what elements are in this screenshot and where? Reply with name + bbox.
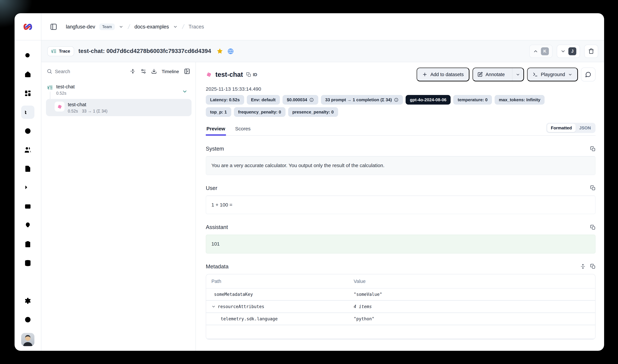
tab-scores[interactable]: Scores: [234, 124, 251, 135]
generation-chip: [55, 102, 64, 112]
next-trace-button[interactable]: J: [557, 44, 580, 58]
org-name[interactable]: langfuse-dev: [66, 24, 95, 30]
collapse-node-chevron-icon[interactable]: [182, 89, 188, 94]
nav-home-icon[interactable]: [21, 68, 34, 81]
cost-badge[interactable]: $0.000034: [283, 95, 318, 104]
download-icon[interactable]: [151, 68, 157, 74]
metadata-value: "python": [348, 313, 595, 325]
bookmark-star-icon[interactable]: [217, 48, 223, 54]
system-section-header: System: [206, 146, 595, 152]
root-node-duration: 0.52s: [56, 91, 66, 96]
square-pen-icon: [477, 72, 483, 77]
detail-actions: Add to datasets Annotate: [416, 67, 595, 81]
trace-tree-icon: [51, 49, 57, 54]
annotate-dropdown[interactable]: [512, 68, 523, 81]
formatted-option[interactable]: Formatted: [547, 124, 576, 132]
metadata-key: telemetry.sdk.language: [206, 313, 348, 325]
info-icon: [394, 98, 399, 102]
collapse-all-icon[interactable]: [130, 68, 135, 74]
expand-rows-icon[interactable]: [580, 264, 586, 269]
playground-button[interactable]: Playground: [527, 67, 578, 81]
delete-trace-button[interactable]: [584, 44, 598, 58]
json-option[interactable]: JSON: [576, 124, 594, 132]
collapse-panel-icon[interactable]: [184, 68, 190, 75]
add-to-datasets-button[interactable]: Add to datasets: [416, 67, 469, 81]
trace-tree-icon: [47, 85, 53, 90]
annotate-split-button[interactable]: Annotate: [472, 67, 524, 81]
prev-key-badge: K: [541, 47, 549, 55]
nav-search-icon[interactable]: [21, 49, 34, 62]
chevron-down-icon: [568, 72, 572, 77]
nav-llm-judge-icon[interactable]: [21, 219, 34, 232]
presence-penalty-badge: presence_penalty: 0: [288, 107, 338, 117]
trash-icon: [588, 48, 594, 54]
frequency-penalty-badge: frequency_penalty: 0: [234, 107, 285, 117]
nav-dashboards-icon[interactable]: [21, 87, 34, 100]
copy-icon[interactable]: [590, 264, 595, 269]
tree-child-row-selected[interactable]: test-chat 0.52s 33 → 1 (Σ 34): [46, 99, 192, 116]
observation-detail-panel: test-chat ID Add to datasets: [196, 62, 604, 351]
message-sections: System You are a very accurate calculato…: [206, 136, 595, 351]
view-options-icon[interactable]: [141, 68, 146, 74]
logo-cell[interactable]: [14, 13, 41, 40]
path-column-header: Path: [206, 274, 348, 288]
trace-type-label: Trace: [59, 49, 70, 54]
trace-title: test-chat: 00d7d6cd4278b6003fc79337cd6d4…: [78, 48, 211, 55]
metadata-row: someMetadataKey "someValue": [206, 288, 595, 301]
copy-icon[interactable]: [590, 146, 595, 151]
public-globe-icon[interactable]: [227, 48, 234, 54]
tree-search[interactable]: [47, 68, 125, 74]
sidebar-toggle-icon[interactable]: [50, 23, 57, 30]
section-name[interactable]: Traces: [189, 24, 204, 30]
nav-annotation-icon[interactable]: [21, 238, 34, 251]
chevron-down-icon[interactable]: [211, 304, 216, 309]
metadata-heading: Metadata: [206, 263, 229, 270]
metadata-table: Path Value someMetadataKey "someValue": [206, 274, 595, 339]
nav-tracing-icon[interactable]: [21, 105, 34, 119]
tree-search-input[interactable]: [55, 69, 95, 74]
model-badge[interactable]: gpt-4o-2024-08-06: [406, 95, 451, 104]
metadata-key: someMetadataKey: [206, 288, 348, 300]
observation-timestamp: 2025-11-13 15:33:14.490: [206, 86, 595, 92]
user-avatar[interactable]: [21, 333, 34, 346]
timeline-toggle[interactable]: Timeline: [162, 69, 179, 74]
copy-id-icon[interactable]: [246, 72, 251, 77]
nav-settings-icon[interactable]: [21, 294, 34, 307]
tab-preview[interactable]: Preview: [206, 124, 226, 135]
nav-users-icon[interactable]: [21, 143, 34, 156]
nav-datasets-icon[interactable]: [21, 257, 34, 270]
metadata-value: 4 items: [348, 301, 595, 312]
nav-rail: [14, 40, 41, 351]
generation-icon: [206, 71, 212, 78]
nav-playground-icon[interactable]: [21, 181, 34, 194]
prev-trace-button[interactable]: K: [529, 44, 553, 58]
copy-icon[interactable]: [590, 185, 595, 191]
comment-bubble-icon: [585, 71, 591, 78]
nav-evaluation-icon[interactable]: [21, 200, 34, 213]
metadata-value: "someValue": [348, 288, 595, 300]
top-header: langfuse-dev Team / docs-examples / Trac…: [14, 13, 604, 40]
metadata-row-clipped: [206, 325, 595, 339]
value-column-header: Value: [348, 274, 595, 288]
id-label[interactable]: ID: [253, 72, 257, 77]
nav-prompts-icon[interactable]: [21, 162, 34, 175]
org-chevron-down-icon[interactable]: [119, 24, 123, 29]
annotate-button[interactable]: Annotate: [473, 68, 509, 81]
child-node-name: test-chat: [68, 102, 86, 107]
copy-icon[interactable]: [590, 224, 595, 230]
tree-root-row[interactable]: test-chat 0.52s: [46, 83, 192, 96]
latency-badge: Latency: 0.52s: [206, 95, 244, 104]
user-message: 1 + 100 =: [206, 195, 595, 214]
nav-support-icon[interactable]: [21, 313, 34, 326]
comments-button[interactable]: [581, 67, 595, 81]
desktop-background: langfuse-dev Team / docs-examples / Trac…: [0, 0, 618, 364]
root-node-name: test-chat: [56, 84, 75, 89]
nav-sessions-icon[interactable]: [21, 124, 34, 138]
info-icon: [309, 98, 314, 102]
tokens-badge[interactable]: 33 prompt → 1 completion (Σ 34): [321, 95, 403, 104]
project-chevron-down-icon[interactable]: [173, 24, 178, 29]
terminal-icon: [532, 72, 538, 77]
project-name[interactable]: docs-examples: [134, 24, 169, 30]
observation-tree: test-chat 0.52s: [46, 83, 192, 116]
metadata-row[interactable]: resourceAttributes 4 items: [206, 301, 595, 313]
